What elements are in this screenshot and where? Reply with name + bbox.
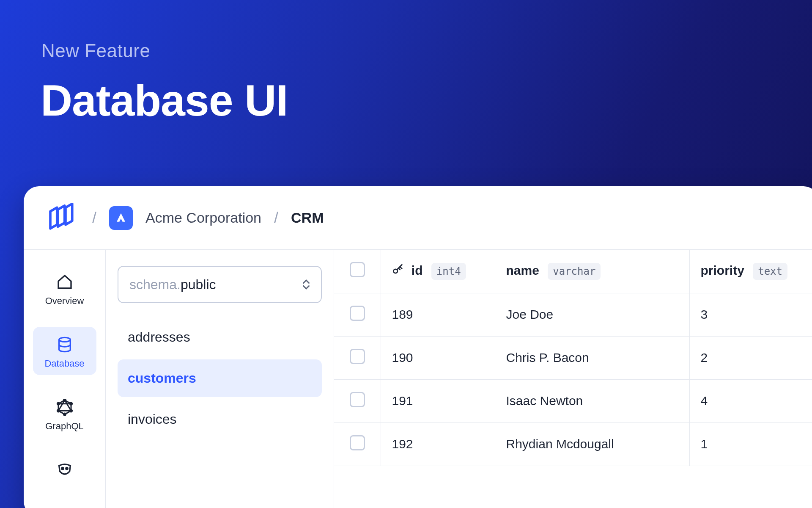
- rail-item-more[interactable]: [33, 452, 96, 479]
- table-item[interactable]: customers: [118, 359, 322, 397]
- select-all-checkbox[interactable]: [350, 262, 365, 277]
- breadcrumb-org[interactable]: Acme Corporation: [145, 210, 261, 226]
- schema-select[interactable]: schema.public: [118, 266, 322, 303]
- cell-id[interactable]: 189: [381, 293, 495, 336]
- hero-kicker: New Feature: [41, 40, 150, 61]
- rail-item-overview[interactable]: Overview: [33, 264, 96, 312]
- column-header-id[interactable]: id int4: [381, 250, 495, 293]
- primary-key-icon: [392, 264, 404, 279]
- svg-point-6: [57, 410, 59, 412]
- breadcrumb-bar: / Acme Corporation / CRM: [24, 186, 812, 250]
- svg-point-3: [70, 403, 72, 405]
- rail-item-label: Overview: [45, 295, 84, 306]
- column-type-badge: int4: [431, 263, 466, 280]
- cell-name[interactable]: Isaac Newton: [495, 379, 689, 422]
- cell-name[interactable]: Chris P. Bacon: [495, 336, 689, 379]
- product-logo-icon: [44, 200, 80, 236]
- cell-priority[interactable]: 2: [689, 336, 812, 379]
- cell-id[interactable]: 191: [381, 379, 495, 422]
- svg-point-9: [66, 468, 67, 469]
- svg-point-2: [63, 399, 66, 401]
- table-item[interactable]: addresses: [118, 318, 322, 356]
- cell-priority[interactable]: 1: [689, 422, 812, 466]
- column-type-badge: varchar: [548, 263, 601, 280]
- svg-point-7: [57, 403, 59, 405]
- schema-select-label: schema.public: [129, 277, 216, 293]
- breadcrumb-separator: /: [92, 209, 96, 227]
- graphql-icon: [55, 398, 74, 417]
- rail-item-label: GraphQL: [45, 421, 84, 432]
- chevron-updown-icon: [302, 279, 310, 290]
- rail-item-label: Database: [44, 358, 84, 369]
- row-select-cell: [334, 293, 381, 336]
- column-type-badge: text: [753, 263, 787, 280]
- home-icon: [55, 273, 74, 291]
- column-header-name[interactable]: name varchar: [495, 250, 689, 293]
- row-select-cell: [334, 336, 381, 379]
- breadcrumb-separator: /: [274, 209, 278, 227]
- cell-name[interactable]: Rhydian Mcdougall: [495, 422, 689, 466]
- org-avatar-icon: [109, 206, 133, 230]
- row-checkbox[interactable]: [350, 435, 365, 450]
- column-name: name: [506, 263, 539, 277]
- hero-title: Database UI: [41, 75, 288, 126]
- table-list: addresses customers invoices: [118, 318, 322, 438]
- select-all-cell: [334, 250, 381, 293]
- cell-id[interactable]: 190: [381, 336, 495, 379]
- svg-point-8: [61, 468, 63, 469]
- database-icon: [55, 335, 74, 354]
- app-window: / Acme Corporation / CRM Overview: [24, 186, 812, 508]
- table-item[interactable]: invoices: [118, 400, 322, 438]
- nav-rail: Overview Database: [24, 250, 106, 508]
- cell-priority[interactable]: 3: [689, 293, 812, 336]
- row-checkbox[interactable]: [350, 306, 365, 321]
- rail-item-database[interactable]: Database: [33, 327, 96, 375]
- cell-name[interactable]: Joe Doe: [495, 293, 689, 336]
- svg-point-5: [63, 413, 66, 415]
- mask-icon: [55, 461, 74, 479]
- column-name: id: [411, 263, 423, 277]
- table-row[interactable]: 189Joe Doe3: [334, 293, 812, 336]
- svg-point-0: [59, 337, 70, 342]
- data-grid: id int4 name varchar priority text: [334, 250, 812, 508]
- row-select-cell: [334, 379, 381, 422]
- table-row[interactable]: 190Chris P. Bacon2: [334, 336, 812, 379]
- table-row[interactable]: 191Isaac Newton4: [334, 379, 812, 422]
- table-row[interactable]: 192Rhydian Mcdougall1: [334, 422, 812, 466]
- table-sidebar: schema.public addresses customers invoic…: [106, 250, 334, 508]
- svg-point-4: [70, 410, 72, 412]
- cell-priority[interactable]: 4: [689, 379, 812, 422]
- row-checkbox[interactable]: [350, 392, 365, 407]
- row-select-cell: [334, 422, 381, 466]
- rail-item-graphql[interactable]: GraphQL: [33, 389, 96, 438]
- header-row: id int4 name varchar priority text: [334, 250, 812, 293]
- column-name: priority: [701, 263, 744, 277]
- breadcrumb-project[interactable]: CRM: [291, 210, 324, 226]
- row-checkbox[interactable]: [350, 349, 365, 364]
- cell-id[interactable]: 192: [381, 422, 495, 466]
- column-header-priority[interactable]: priority text: [689, 250, 812, 293]
